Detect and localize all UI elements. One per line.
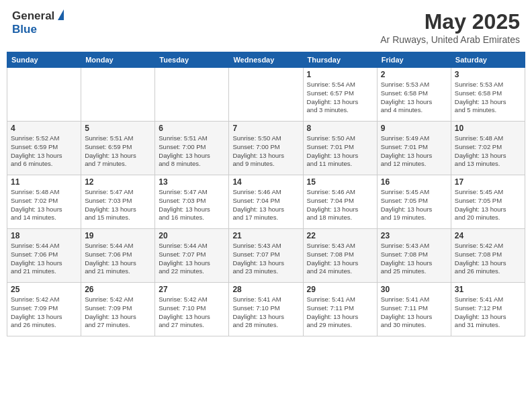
day-number: 11 [11,177,77,187]
day-info: Sunrise: 5:41 AM Sunset: 7:11 PM Dayligh… [381,295,447,330]
day-info: Sunrise: 5:41 AM Sunset: 7:10 PM Dayligh… [232,295,299,330]
logo-blue-text: Blue [12,23,37,36]
calendar-cell: 30Sunrise: 5:41 AM Sunset: 7:11 PM Dayli… [377,283,451,336]
calendar-table: SundayMondayTuesdayWednesdayThursdayFrid… [7,52,525,336]
calendar-cell: 24Sunrise: 5:42 AM Sunset: 7:08 PM Dayli… [451,229,525,283]
calendar-cell: 1Sunrise: 5:54 AM Sunset: 6:57 PM Daylig… [303,68,377,122]
day-number: 19 [85,231,151,240]
calendar-cell: 20Sunrise: 5:44 AM Sunset: 7:07 PM Dayli… [155,229,229,283]
day-number: 4 [11,124,77,133]
day-number: 12 [85,177,151,187]
logo-arrow-icon [58,9,64,20]
day-number: 27 [159,285,225,294]
day-info: Sunrise: 5:41 AM Sunset: 7:12 PM Dayligh… [455,295,521,330]
day-number: 16 [381,177,447,187]
calendar-cell: 25Sunrise: 5:42 AM Sunset: 7:09 PM Dayli… [7,283,81,336]
calendar-cell: 18Sunrise: 5:44 AM Sunset: 7:06 PM Dayli… [7,229,81,283]
day-number: 1 [307,70,373,79]
calendar-cell: 27Sunrise: 5:42 AM Sunset: 7:10 PM Dayli… [155,283,229,336]
day-info: Sunrise: 5:43 AM Sunset: 7:07 PM Dayligh… [232,242,299,276]
day-number: 9 [381,124,447,133]
calendar-cell [7,68,81,122]
day-info: Sunrise: 5:45 AM Sunset: 7:05 PM Dayligh… [381,188,447,222]
day-info: Sunrise: 5:53 AM Sunset: 6:58 PM Dayligh… [381,81,447,115]
day-info: Sunrise: 5:44 AM Sunset: 7:06 PM Dayligh… [11,242,77,276]
weekday-header-saturday: Saturday [451,52,525,68]
day-info: Sunrise: 5:42 AM Sunset: 7:08 PM Dayligh… [455,242,521,276]
calendar-cell: 23Sunrise: 5:43 AM Sunset: 7:08 PM Dayli… [377,229,451,283]
day-info: Sunrise: 5:54 AM Sunset: 6:57 PM Dayligh… [307,81,373,115]
day-info: Sunrise: 5:44 AM Sunset: 7:07 PM Dayligh… [159,242,225,276]
day-info: Sunrise: 5:49 AM Sunset: 7:01 PM Dayligh… [381,134,447,169]
title-area: May 2025 Ar Ruways, United Arab Emirates [380,9,520,45]
calendar-cell: 16Sunrise: 5:45 AM Sunset: 7:05 PM Dayli… [377,175,451,229]
weekday-header-monday: Monday [81,52,155,68]
day-number: 10 [455,124,521,133]
weekday-header-friday: Friday [377,52,451,68]
day-number: 7 [232,124,299,133]
day-info: Sunrise: 5:44 AM Sunset: 7:06 PM Dayligh… [85,242,151,276]
weekday-header-wednesday: Wednesday [229,52,303,68]
calendar-cell: 12Sunrise: 5:47 AM Sunset: 7:03 PM Dayli… [81,175,155,229]
calendar-cell: 19Sunrise: 5:44 AM Sunset: 7:06 PM Dayli… [81,229,155,283]
calendar-cell: 17Sunrise: 5:45 AM Sunset: 7:05 PM Dayli… [451,175,525,229]
header: General Blue May 2025 Ar Ruways, United … [7,7,525,48]
day-info: Sunrise: 5:46 AM Sunset: 7:04 PM Dayligh… [307,188,373,222]
calendar-cell: 31Sunrise: 5:41 AM Sunset: 7:12 PM Dayli… [451,283,525,336]
day-info: Sunrise: 5:50 AM Sunset: 7:01 PM Dayligh… [307,134,373,169]
day-info: Sunrise: 5:51 AM Sunset: 6:59 PM Dayligh… [85,134,151,169]
day-number: 22 [307,231,373,240]
logo-general-text: General [12,9,54,23]
day-number: 25 [11,285,77,294]
calendar-cell: 26Sunrise: 5:42 AM Sunset: 7:09 PM Dayli… [81,283,155,336]
calendar-cell: 22Sunrise: 5:43 AM Sunset: 7:08 PM Dayli… [303,229,377,283]
calendar-cell: 5Sunrise: 5:51 AM Sunset: 6:59 PM Daylig… [81,122,155,175]
weekday-header-sunday: Sunday [7,52,81,68]
calendar-cell: 21Sunrise: 5:43 AM Sunset: 7:07 PM Dayli… [229,229,303,283]
calendar-cell: 9Sunrise: 5:49 AM Sunset: 7:01 PM Daylig… [377,122,451,175]
day-number: 18 [11,231,77,240]
calendar-week-1: 1Sunrise: 5:54 AM Sunset: 6:57 PM Daylig… [7,68,525,122]
day-number: 23 [381,231,447,240]
day-number: 28 [232,285,299,294]
logo: General Blue [12,9,64,36]
day-info: Sunrise: 5:47 AM Sunset: 7:03 PM Dayligh… [159,188,225,222]
calendar-cell: 8Sunrise: 5:50 AM Sunset: 7:01 PM Daylig… [303,122,377,175]
calendar-week-3: 11Sunrise: 5:48 AM Sunset: 7:02 PM Dayli… [7,175,525,229]
day-number: 21 [232,231,299,240]
weekday-header-row: SundayMondayTuesdayWednesdayThursdayFrid… [7,52,525,68]
calendar-cell: 2Sunrise: 5:53 AM Sunset: 6:58 PM Daylig… [377,68,451,122]
day-info: Sunrise: 5:43 AM Sunset: 7:08 PM Dayligh… [307,242,373,276]
calendar-cell: 7Sunrise: 5:50 AM Sunset: 7:00 PM Daylig… [229,122,303,175]
day-info: Sunrise: 5:47 AM Sunset: 7:03 PM Dayligh… [85,188,151,222]
calendar-week-5: 25Sunrise: 5:42 AM Sunset: 7:09 PM Dayli… [7,283,525,336]
day-info: Sunrise: 5:46 AM Sunset: 7:04 PM Dayligh… [232,188,299,222]
day-number: 29 [307,285,373,294]
day-number: 26 [85,285,151,294]
day-info: Sunrise: 5:41 AM Sunset: 7:11 PM Dayligh… [307,295,373,330]
calendar-cell: 13Sunrise: 5:47 AM Sunset: 7:03 PM Dayli… [155,175,229,229]
day-number: 20 [159,231,225,240]
calendar-cell: 28Sunrise: 5:41 AM Sunset: 7:10 PM Dayli… [229,283,303,336]
day-number: 17 [455,177,521,187]
day-number: 24 [455,231,521,240]
day-info: Sunrise: 5:48 AM Sunset: 7:02 PM Dayligh… [455,134,521,169]
day-info: Sunrise: 5:42 AM Sunset: 7:09 PM Dayligh… [11,295,77,330]
day-number: 8 [307,124,373,133]
weekday-header-tuesday: Tuesday [155,52,229,68]
calendar-cell: 14Sunrise: 5:46 AM Sunset: 7:04 PM Dayli… [229,175,303,229]
day-info: Sunrise: 5:48 AM Sunset: 7:02 PM Dayligh… [11,188,77,222]
calendar-cell: 3Sunrise: 5:53 AM Sunset: 6:58 PM Daylig… [451,68,525,122]
day-number: 31 [455,285,521,294]
calendar-cell [81,68,155,122]
calendar-week-4: 18Sunrise: 5:44 AM Sunset: 7:06 PM Dayli… [7,229,525,283]
calendar-subtitle: Ar Ruways, United Arab Emirates [380,34,520,45]
calendar-cell: 10Sunrise: 5:48 AM Sunset: 7:02 PM Dayli… [451,122,525,175]
weekday-header-thursday: Thursday [303,52,377,68]
calendar-title: May 2025 [380,9,520,34]
day-info: Sunrise: 5:53 AM Sunset: 6:58 PM Dayligh… [455,81,521,115]
day-info: Sunrise: 5:52 AM Sunset: 6:59 PM Dayligh… [11,134,77,169]
day-number: 15 [307,177,373,187]
calendar-week-2: 4Sunrise: 5:52 AM Sunset: 6:59 PM Daylig… [7,122,525,175]
day-info: Sunrise: 5:42 AM Sunset: 7:10 PM Dayligh… [159,295,225,330]
